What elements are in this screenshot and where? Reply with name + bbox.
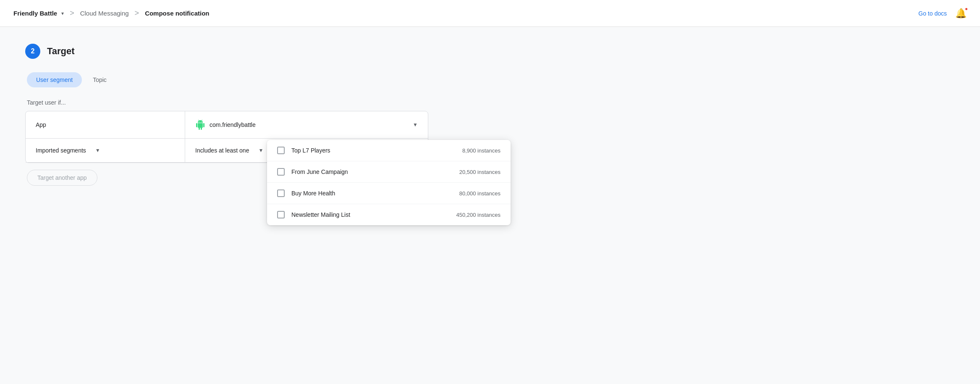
notification-badge (964, 7, 968, 11)
segments-dropdown-overlay: Top L7 Players 8,900 instances From June… (267, 140, 511, 225)
app-name[interactable]: Friendly Battle (13, 10, 57, 17)
segments-cell-label[interactable]: Imported segments ▼ (26, 139, 185, 162)
android-icon (195, 120, 205, 130)
segment-table: App com.friendlybattle ▼ Imported segmen… (25, 111, 428, 163)
step-badge: 2 (25, 44, 40, 59)
tab-topic[interactable]: Topic (84, 72, 116, 87)
app-value-text: com.friendlybattle (210, 121, 256, 128)
tab-group: User segment Topic (27, 72, 563, 87)
segments-label-text: Imported segments (36, 147, 86, 154)
dropdown-item-top-l7[interactable]: Top L7 Players 8,900 instances (267, 140, 511, 161)
step-title: Target (47, 46, 75, 57)
app-dropdown[interactable]: com.friendlybattle ▼ (195, 120, 418, 130)
dropdown-count-june-campaign: 20,500 instances (459, 169, 500, 175)
go-to-docs-link[interactable]: Go to docs (918, 10, 947, 17)
includes-dropdown-arrow-icon[interactable]: ▼ (258, 147, 263, 153)
breadcrumb: Friendly Battle ▾ > Cloud Messaging > Co… (13, 9, 209, 18)
dropdown-count-top-l7: 8,900 instances (462, 147, 500, 154)
dropdown-count-newsletter: 450,200 instances (456, 212, 500, 218)
dropdown-label-june-campaign: From June Campaign (291, 168, 453, 175)
app-cell-value[interactable]: com.friendlybattle ▼ (185, 111, 428, 138)
step-header: 2 Target (25, 44, 563, 59)
app-label-text: App (36, 121, 46, 128)
breadcrumb-section: Cloud Messaging (80, 10, 129, 17)
dropdown-item-buy-more-health[interactable]: Buy More Health 80,000 instances (267, 183, 511, 204)
target-another-app-button[interactable]: Target another app (27, 170, 97, 186)
segments-label-dropdown-icon[interactable]: ▼ (95, 147, 100, 153)
dropdown-label-newsletter: Newsletter Mailing List (291, 211, 449, 218)
topbar-actions: Go to docs 🔔 (918, 8, 967, 19)
dropdown-count-buy-more-health: 80,000 instances (459, 190, 500, 197)
dropdown-item-june-campaign[interactable]: From June Campaign 20,500 instances (267, 161, 511, 183)
main-content: 2 Target User segment Topic Target user … (0, 27, 588, 203)
topbar: Friendly Battle ▾ > Cloud Messaging > Co… (0, 0, 980, 27)
dropdown-label-buy-more-health: Buy More Health (291, 190, 453, 197)
checkbox-buy-more-health[interactable] (277, 189, 285, 197)
tab-user-segment[interactable]: User segment (27, 72, 82, 87)
app-chevron-icon[interactable]: ▾ (61, 11, 64, 16)
breadcrumb-separator: > (70, 9, 74, 18)
checkbox-top-l7[interactable] (277, 147, 285, 154)
target-user-label: Target user if... (27, 99, 563, 106)
app-dropdown-arrow-icon[interactable]: ▼ (413, 122, 418, 128)
includes-text: Includes at least one (195, 147, 249, 154)
breadcrumb-current: Compose notification (145, 10, 209, 17)
dropdown-item-newsletter[interactable]: Newsletter Mailing List 450,200 instance… (267, 204, 511, 225)
breadcrumb-separator-2: > (135, 9, 139, 18)
dropdown-label-top-l7: Top L7 Players (291, 147, 456, 154)
app-cell-label: App (26, 111, 185, 138)
notifications-bell[interactable]: 🔔 (955, 8, 967, 19)
checkbox-june-campaign[interactable] (277, 168, 285, 176)
app-row: App com.friendlybattle ▼ (26, 111, 428, 139)
checkbox-newsletter[interactable] (277, 211, 285, 218)
